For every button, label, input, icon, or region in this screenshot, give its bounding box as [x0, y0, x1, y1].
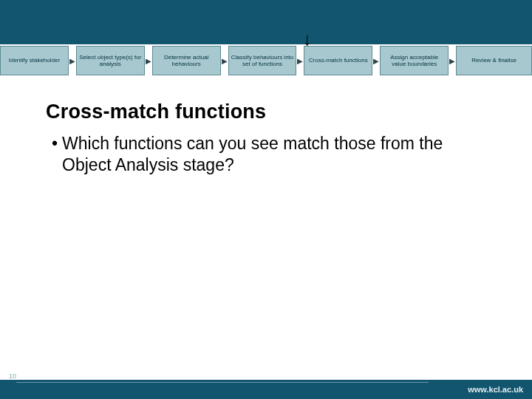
bullet-item: • Which functions can you see match thos…	[52, 133, 466, 177]
chevron-right-icon: ▶	[69, 57, 76, 65]
chevron-right-icon: ▶	[145, 57, 152, 65]
chevron-right-icon: ▶	[221, 57, 228, 65]
flow-step-label: Review & finalise	[456, 46, 532, 75]
flow-step-label: Determine actual behaviours	[152, 46, 221, 75]
slide-title: Cross-match functions	[46, 100, 266, 123]
flow-step-label: Cross-match functions	[304, 46, 372, 75]
footer-url: www.kcl.ac.uk	[468, 380, 523, 399]
flow-step: Assign acceptable value boundaries ▶	[380, 44, 456, 77]
flow-step-label: Assign acceptable value boundaries	[380, 46, 449, 75]
footer-bar: www.kcl.ac.uk	[0, 380, 532, 399]
process-flow: Identify stakeholder ▶ Select object typ…	[0, 44, 532, 77]
bullet-list: • Which functions can you see match thos…	[52, 133, 466, 177]
flow-step-label: Identify stakeholder	[0, 46, 69, 75]
flow-step: Cross-match functions ▶	[304, 44, 380, 77]
slide: ↓ Identify stakeholder ▶ Select object t…	[0, 0, 532, 399]
bullet-marker: •	[52, 133, 58, 154]
bullet-text: Which functions can you see match those …	[62, 133, 466, 177]
chevron-right-icon: ▶	[449, 57, 456, 65]
header-band	[0, 0, 532, 44]
flow-step-label: Select object type(s) for analysis	[76, 46, 145, 75]
flow-step: Classify behaviours into set of function…	[228, 44, 304, 77]
flow-step-label: Classify behaviours into set of function…	[228, 46, 297, 75]
chevron-right-icon: ▶	[296, 57, 304, 65]
flow-step: Select object type(s) for analysis ▶	[76, 44, 152, 77]
chevron-right-icon: ▶	[372, 57, 380, 65]
footer-divider	[16, 382, 429, 383]
page-number: 10	[9, 372, 16, 380]
flow-step: Review & finalise ▶	[456, 44, 532, 77]
flow-step: Identify stakeholder ▶	[0, 44, 76, 77]
flow-step: Determine actual behaviours ▶	[152, 44, 228, 77]
